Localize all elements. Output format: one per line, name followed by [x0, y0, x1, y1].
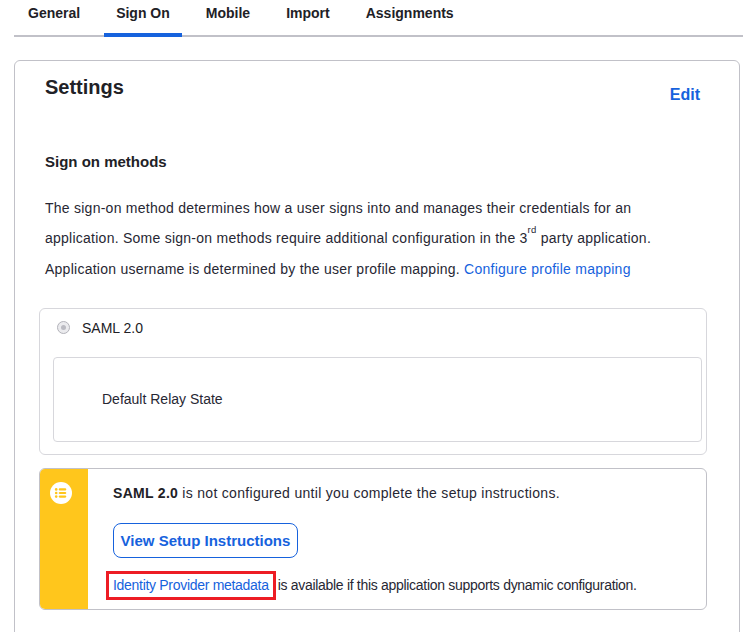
settings-panel: Settings Edit Sign on methods The sign-o…: [14, 60, 740, 632]
callout-stripe: [40, 469, 88, 609]
callout-message-text: is not configured until you complete the…: [178, 485, 560, 501]
view-setup-instructions-button[interactable]: View Setup Instructions: [113, 523, 298, 558]
saml-radio-label: SAML 2.0: [82, 320, 143, 336]
settings-header: Settings Edit: [45, 76, 709, 99]
metadata-message-text: is available if this application support…: [278, 577, 637, 593]
username-note-text: Application username is determined by th…: [45, 261, 464, 277]
metadata-row: Identity Provider metadata is available …: [113, 571, 688, 600]
sign-on-methods-title: Sign on methods: [45, 153, 709, 170]
sign-on-description: The sign-on method determines how a user…: [45, 196, 709, 251]
description-text-2: party application.: [537, 230, 651, 246]
instructions-list-icon: [50, 482, 72, 504]
tab-general[interactable]: General: [16, 0, 92, 35]
configure-profile-mapping-link[interactable]: Configure profile mapping: [464, 261, 631, 277]
edit-link[interactable]: Edit: [670, 86, 700, 104]
saml-radio-row: SAML 2.0: [57, 320, 693, 336]
default-relay-state-label: Default Relay State: [102, 391, 223, 407]
callout-message: SAML 2.0 is not configured until you com…: [113, 485, 688, 502]
tab-bar: General Sign On Mobile Import Assignment…: [14, 0, 743, 37]
panel-title: Settings: [45, 76, 124, 99]
default-relay-state-box: Default Relay State: [53, 357, 702, 442]
tab-import[interactable]: Import: [274, 0, 342, 35]
red-annotation-box: Identity Provider metadata: [106, 571, 276, 600]
tab-assignments[interactable]: Assignments: [354, 0, 466, 35]
setup-callout: SAML 2.0 is not configured until you com…: [39, 468, 707, 610]
callout-body: SAML 2.0 is not configured until you com…: [88, 469, 706, 609]
description-superscript: rd: [528, 224, 537, 235]
callout-method-name: SAML 2.0: [113, 485, 178, 501]
identity-provider-metadata-link[interactable]: Identity Provider metadata: [113, 577, 269, 593]
tab-mobile[interactable]: Mobile: [194, 0, 262, 35]
saml-radio-button[interactable]: [57, 321, 70, 334]
saml-method-box: SAML 2.0 Default Relay State: [39, 308, 707, 455]
username-note: Application username is determined by th…: [45, 257, 709, 282]
tab-sign-on[interactable]: Sign On: [104, 0, 182, 35]
